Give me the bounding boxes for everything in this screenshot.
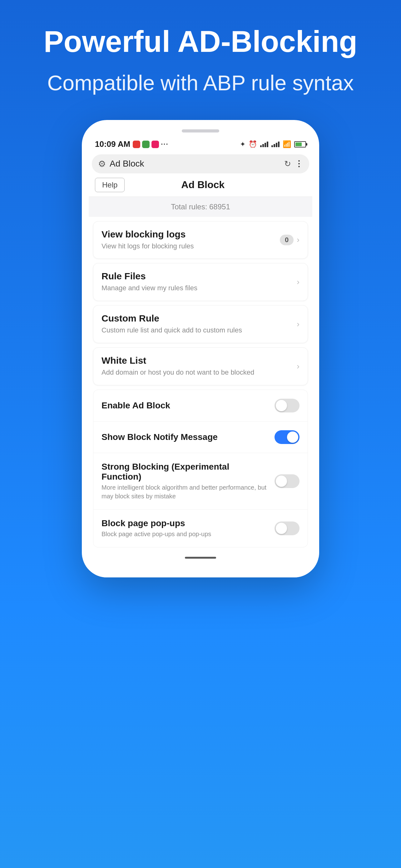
chevron-right-icon: › <box>297 277 300 287</box>
settings-row-title: Block page pop-ups <box>101 518 268 528</box>
menu-item-title: Rule Files <box>101 271 297 281</box>
settings-row-enable-ad-block[interactable]: Enable Ad Block <box>93 390 308 422</box>
menu-item-desc: View hit logs for blocking rules <box>101 242 280 251</box>
hero-subtitle: Compatible with ABP rule syntax <box>28 71 372 95</box>
app-icon-pink <box>152 141 159 148</box>
settings-row-title: Show Block Notify Message <box>101 432 224 442</box>
help-button[interactable]: Help <box>95 178 125 192</box>
toggle-knob <box>287 432 298 443</box>
show-block-notify-toggle[interactable] <box>274 430 300 444</box>
menu-item-content: View blocking logs View hit logs for blo… <box>101 229 280 251</box>
menu-item-desc: Manage and view my rules files <box>101 283 297 293</box>
settings-row-content: Show Block Notify Message <box>101 432 224 442</box>
wifi-icon: 📶 <box>282 140 291 148</box>
status-time: 10:09 AM ··· <box>95 140 169 149</box>
settings-row-title: Enable Ad Block <box>101 401 176 410</box>
chevron-right-icon: › <box>297 235 300 245</box>
menu-item-view-blocking-logs[interactable]: View blocking logs View hit logs for blo… <box>93 221 308 259</box>
dots-menu: ··· <box>161 140 168 148</box>
bluetooth-icon: ✦ <box>240 140 245 148</box>
menu-item-right: › <box>297 277 300 287</box>
settings-row-strong-blocking[interactable]: Strong Blocking (Experimental Function) … <box>93 453 308 509</box>
app-icon-green <box>142 141 149 148</box>
menu-item-rule-files[interactable]: Rule Files Manage and view my rules file… <box>93 263 308 301</box>
more-menu-icon[interactable]: ⋮ <box>295 159 303 169</box>
strong-blocking-toggle[interactable] <box>274 474 300 488</box>
address-bar-text: Ad Block <box>110 159 280 169</box>
menu-item-right: › <box>297 362 300 371</box>
bottom-fade <box>82 552 319 578</box>
menu-item-title: Custom Rule <box>101 313 297 324</box>
menu-item-title: View blocking logs <box>101 229 280 240</box>
toggle-knob <box>276 475 287 487</box>
enable-ad-block-toggle[interactable] <box>274 399 300 412</box>
phone-notch <box>182 129 219 132</box>
blocking-logs-badge: 0 <box>280 235 294 245</box>
settings-section: Enable Ad Block Show Block Notify Messag… <box>93 390 308 548</box>
toggle-knob <box>276 400 287 411</box>
settings-row-block-popups[interactable]: Block page pop-ups Block page active pop… <box>93 509 308 547</box>
menu-item-desc: Add domain or host you do not want to be… <box>101 368 297 377</box>
gear-icon: ⚙ <box>98 159 106 169</box>
battery-icon <box>294 141 306 148</box>
total-rules-bar: Total rules: 68951 <box>89 197 312 217</box>
refresh-icon[interactable]: ↻ <box>284 159 291 169</box>
menu-item-content: White List Add domain or host you do not… <box>101 355 297 377</box>
menu-item-right: 0 › <box>280 235 300 245</box>
menu-item-desc: Custom rule list and quick add to custom… <box>101 326 297 335</box>
chevron-right-icon: › <box>297 362 300 371</box>
status-icons-left: ··· <box>133 140 168 148</box>
menu-list: View blocking logs View hit logs for blo… <box>89 221 312 385</box>
menu-item-content: Rule Files Manage and view my rules file… <box>101 271 297 293</box>
settings-row-content: Strong Blocking (Experimental Function) … <box>101 462 274 501</box>
signal-bars-2 <box>271 142 279 147</box>
toggle-knob <box>276 523 287 534</box>
nav-bar: Help Ad Block <box>89 178 312 197</box>
chevron-right-icon: › <box>297 319 300 329</box>
phone-mockup: 10:09 AM ··· ✦ ⏰ <box>82 120 319 578</box>
address-bar[interactable]: ⚙ Ad Block ↻ ⋮ <box>92 154 309 174</box>
status-bar: 10:09 AM ··· ✦ ⏰ <box>89 139 312 150</box>
page-title: Ad Block <box>125 179 281 191</box>
app-icon-red <box>133 141 140 148</box>
menu-item-title: White List <box>101 355 297 366</box>
menu-item-content: Custom Rule Custom rule list and quick a… <box>101 313 297 335</box>
settings-row-desc: Block page active pop-ups and pop-ups <box>101 530 268 538</box>
settings-row-desc: More intelligent block algorithm and bet… <box>101 483 268 501</box>
settings-row-content: Enable Ad Block <box>101 401 176 410</box>
status-icons-right: ✦ ⏰ 📶 <box>240 140 306 148</box>
block-popups-toggle[interactable] <box>274 522 300 535</box>
settings-row-show-block-notify[interactable]: Show Block Notify Message <box>93 422 308 453</box>
battery-fill <box>295 143 302 146</box>
hero-title: Powerful AD-Blocking <box>25 25 376 58</box>
menu-item-white-list[interactable]: White List Add domain or host you do not… <box>93 347 308 385</box>
settings-row-title: Strong Blocking (Experimental Function) <box>101 462 268 482</box>
signal-bars-1 <box>260 142 268 147</box>
settings-row-content: Block page pop-ups Block page active pop… <box>101 518 274 538</box>
alarm-icon: ⏰ <box>248 140 257 148</box>
menu-item-right: › <box>297 319 300 329</box>
menu-item-custom-rule[interactable]: Custom Rule Custom rule list and quick a… <box>93 305 308 343</box>
